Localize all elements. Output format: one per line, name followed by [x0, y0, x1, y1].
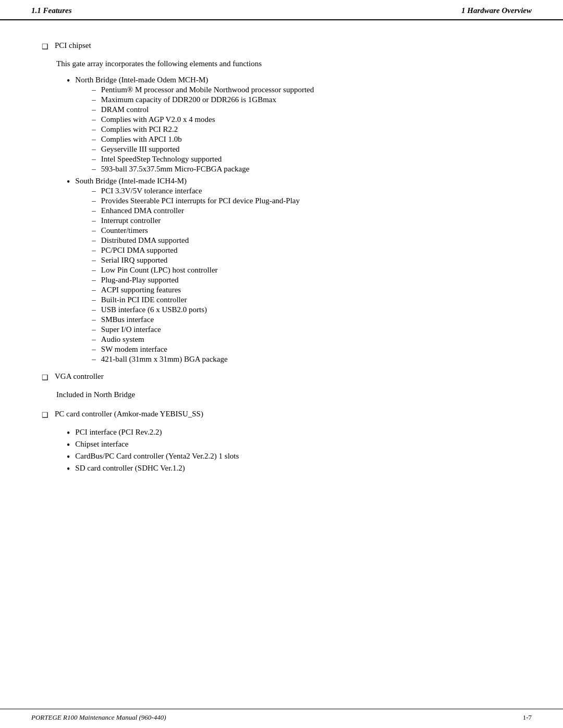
- list-item: –Complies with APCI 1.0b: [92, 135, 314, 144]
- list-item-text: Geyserville III supported: [101, 145, 180, 154]
- list-item-text: DRAM control: [101, 105, 149, 114]
- pc-card-title: PC card controller (Amkor-made YEBISU_SS…: [55, 410, 203, 418]
- main-bullet-list: • North Bridge (Intel-made Odem MCH-M) –…: [67, 76, 521, 365]
- list-item-text: PCI 3.3V/5V tolerance interface: [101, 187, 202, 195]
- vga-controller-title: VGA controller: [55, 372, 104, 381]
- bullet-dot-north: •: [67, 76, 70, 85]
- list-item: –Low Pin Count (LPC) host controller: [92, 266, 300, 275]
- list-item: –USB interface (6 x USB2.0 ports): [92, 305, 300, 314]
- list-item: –DRAM control: [92, 105, 314, 114]
- pc-card-item-text: Chipset interface: [75, 440, 128, 449]
- list-item-text: Interrupt controller: [101, 216, 161, 225]
- pc-card-item-text: CardBus/PC Card controller (Yenta2 Ver.2…: [75, 452, 239, 461]
- list-item: –PC/PCI DMA supported: [92, 246, 300, 255]
- list-item: –Pentium® M processor and Mobile Northwo…: [92, 85, 314, 94]
- checkbox-icon-vga: ❑: [42, 373, 48, 382]
- list-item: –PCI 3.3V/5V tolerance interface: [92, 187, 300, 195]
- list-item: –Complies with PCI R2.2: [92, 125, 314, 134]
- pc-card-item-text: SD card controller (SDHC Ver.1.2): [75, 464, 185, 473]
- header-left: 1.1 Features: [31, 6, 72, 15]
- pc-card-item: • Chipset interface: [67, 440, 521, 450]
- list-item: –Intel SpeedStep Technology supported: [92, 155, 314, 164]
- list-item: –Geyserville III supported: [92, 145, 314, 154]
- south-bridge-content: South Bridge (Intel-made ICH4-M) –PCI 3.…: [75, 177, 300, 365]
- pci-chipset-heading: ❑ PCI chipset: [42, 41, 521, 51]
- list-item: –Super I/O interface: [92, 325, 300, 334]
- list-item-text: PC/PCI DMA supported: [101, 246, 178, 255]
- list-item-text: Counter/timers: [101, 226, 148, 235]
- list-item-text: Enhanced DMA controller: [101, 206, 184, 215]
- list-item: –Interrupt controller: [92, 216, 300, 225]
- pc-card-item: • CardBus/PC Card controller (Yenta2 Ver…: [67, 452, 521, 462]
- north-bridge-label: North Bridge (Intel-made Odem MCH-M): [75, 76, 208, 84]
- list-item-text: 421-ball (31mm x 31mm) BGA package: [101, 355, 228, 364]
- list-item-text: Built-in PCI IDE controller: [101, 295, 187, 304]
- list-item: –421-ball (31mm x 31mm) BGA package: [92, 355, 300, 364]
- list-item: –Maximum capacity of DDR200 or DDR266 is…: [92, 95, 314, 104]
- list-item-text: Complies with AGP V2.0 x 4 modes: [101, 115, 215, 124]
- pc-card-item: • SD card controller (SDHC Ver.1.2): [67, 464, 521, 474]
- list-item-text: Super I/O interface: [101, 325, 161, 334]
- list-item: –Complies with AGP V2.0 x 4 modes: [92, 115, 314, 124]
- list-item-text: SW modem interface: [101, 345, 167, 354]
- pc-card-bullet-list: • PCI interface (PCI Rev.2.2) • Chipset …: [67, 428, 521, 474]
- footer-page-number: 1-7: [523, 713, 532, 722]
- list-item: –Distributed DMA supported: [92, 236, 300, 245]
- list-item: –Plug-and-Play supported: [92, 276, 300, 285]
- footer-manual-title: PORTEGE R100 Maintenance Manual (960-440…: [31, 713, 166, 722]
- list-item-text: USB interface (6 x USB2.0 ports): [101, 305, 207, 314]
- list-item: –Serial IRQ supported: [92, 256, 300, 265]
- pc-card-heading: ❑ PC card controller (Amkor-made YEBISU_…: [42, 410, 521, 419]
- vga-controller-heading: ❑ VGA controller: [42, 372, 521, 382]
- north-bridge-sub-list: –Pentium® M processor and Mobile Northwo…: [92, 85, 314, 174]
- pci-chipset-description: This gate array incorporates the followi…: [56, 59, 521, 68]
- list-item-text: Plug-and-Play supported: [101, 276, 179, 285]
- list-item-text: SMBus interface: [101, 315, 154, 324]
- south-bridge-item: • South Bridge (Intel-made ICH4-M) –PCI …: [67, 177, 521, 365]
- list-item-text: Low Pin Count (LPC) host controller: [101, 266, 218, 275]
- list-item-text: Complies with APCI 1.0b: [101, 135, 182, 144]
- list-item: –593-ball 37.5x37.5mm Micro-FCBGA packag…: [92, 165, 314, 174]
- pc-card-item-text: PCI interface (PCI Rev.2.2): [75, 428, 162, 437]
- list-item-text: Maximum capacity of DDR200 or DDR266 is …: [101, 95, 276, 104]
- list-item: –Counter/timers: [92, 226, 300, 235]
- pc-card-item: • PCI interface (PCI Rev.2.2): [67, 428, 521, 438]
- vga-section: Included in North Bridge: [56, 390, 521, 399]
- list-item: –Provides Steerable PCI interrupts for P…: [92, 196, 300, 205]
- list-item-text: Audio system: [101, 335, 144, 344]
- checkbox-icon-pci: ❑: [42, 42, 48, 51]
- pci-chipset-title: PCI chipset: [55, 41, 91, 50]
- list-item: –Built-in PCI IDE controller: [92, 295, 300, 304]
- page-footer: PORTEGE R100 Maintenance Manual (960-440…: [0, 709, 563, 728]
- page-header: 1.1 Features 1 Hardware Overview: [0, 0, 563, 20]
- vga-description: Included in North Bridge: [56, 390, 521, 399]
- page-content: ❑ PCI chipset This gate array incorporat…: [0, 20, 563, 709]
- list-item: –SMBus interface: [92, 315, 300, 324]
- list-item-text: Intel SpeedStep Technology supported: [101, 155, 222, 164]
- list-item-text: 593-ball 37.5x37.5mm Micro-FCBGA package: [101, 165, 250, 174]
- list-item-text: Provides Steerable PCI interrupts for PC…: [101, 196, 300, 205]
- south-bridge-sub-list: –PCI 3.3V/5V tolerance interface –Provid…: [92, 187, 300, 364]
- bullet-dot-cardbus: •: [67, 452, 70, 462]
- north-bridge-content: North Bridge (Intel-made Odem MCH-M) –Pe…: [75, 76, 314, 175]
- list-item: –Audio system: [92, 335, 300, 344]
- bullet-dot-chipset-if: •: [67, 440, 70, 450]
- list-item: –SW modem interface: [92, 345, 300, 354]
- bullet-dot-sd-card: •: [67, 464, 70, 474]
- list-item-text: Complies with PCI R2.2: [101, 125, 178, 134]
- list-item-text: ACPI supporting features: [101, 286, 181, 294]
- list-item: –ACPI supporting features: [92, 286, 300, 294]
- checkbox-icon-pc-card: ❑: [42, 411, 48, 419]
- list-item-text: Distributed DMA supported: [101, 236, 189, 245]
- north-bridge-item: • North Bridge (Intel-made Odem MCH-M) –…: [67, 76, 521, 175]
- list-item: –Enhanced DMA controller: [92, 206, 300, 215]
- bullet-dot-south: •: [67, 177, 70, 187]
- header-right: 1 Hardware Overview: [461, 6, 532, 15]
- list-item-text: Serial IRQ supported: [101, 256, 167, 265]
- list-item-text: Pentium® M processor and Mobile Northwoo…: [101, 85, 314, 94]
- south-bridge-label: South Bridge (Intel-made ICH4-M): [75, 177, 187, 185]
- bullet-dot-pci-if: •: [67, 428, 70, 438]
